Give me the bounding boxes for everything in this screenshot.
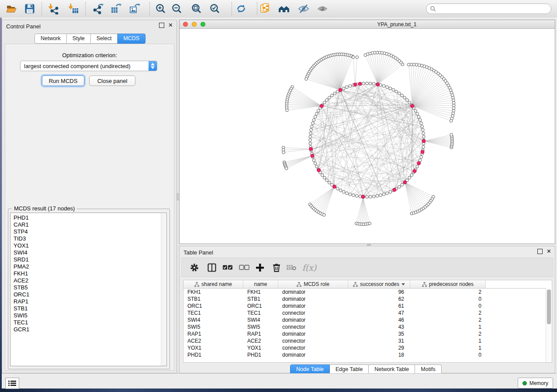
table-row[interactable]: RAP1RAP1dominator352 [183, 330, 546, 337]
mcds-node[interactable] [417, 162, 421, 165]
table-row[interactable]: ACE2ACE2connector311 [183, 337, 546, 344]
close-panel-icon[interactable]: ✕ [547, 249, 551, 254]
mcds-node[interactable] [411, 104, 414, 108]
network-node[interactable] [312, 159, 315, 162]
zoom-out-icon[interactable] [170, 3, 183, 15]
network-node[interactable] [364, 54, 367, 57]
close-window-icon[interactable] [183, 22, 188, 27]
mcds-node[interactable] [311, 154, 314, 158]
table-row[interactable]: ORC1ORC1dominator610 [183, 303, 546, 309]
gear-icon[interactable] [189, 262, 200, 273]
network-node[interactable] [309, 142, 312, 145]
network-node[interactable] [315, 112, 318, 115]
mcds-node[interactable] [403, 181, 407, 184]
export-network-icon[interactable] [92, 3, 105, 15]
mcds-list-item[interactable]: STB1 [14, 305, 166, 312]
minimize-window-icon[interactable] [192, 22, 197, 27]
mcds-list-item[interactable]: PHD1 [14, 214, 166, 221]
mcds-node[interactable] [358, 82, 362, 86]
network-node[interactable] [314, 162, 317, 165]
network-node[interactable] [389, 87, 392, 90]
network-node[interactable] [325, 99, 329, 102]
zoom-fit-icon[interactable] [190, 3, 203, 15]
network-node[interactable] [309, 139, 312, 142]
task-history-button[interactable] [5, 378, 19, 389]
network-node[interactable] [309, 135, 312, 138]
network-node[interactable] [323, 213, 326, 217]
mcds-node[interactable] [353, 83, 357, 86]
scrollbar-thumb[interactable] [547, 289, 551, 324]
select-all-icon[interactable] [222, 262, 233, 273]
network-node[interactable] [372, 83, 375, 86]
run-mcds-button[interactable]: Run MCDS [42, 76, 84, 86]
mcds-node[interactable] [317, 168, 321, 172]
show-eye-icon[interactable] [316, 3, 329, 15]
mcds-node[interactable] [320, 104, 323, 108]
network-node[interactable] [315, 165, 318, 168]
network-node[interactable] [386, 86, 389, 89]
table-row[interactable]: SWI4SWI4dominator462 [183, 316, 546, 323]
mcds-list-item[interactable]: ORC1 [14, 291, 166, 298]
table-scrollbar[interactable] [546, 289, 552, 362]
network-node[interactable] [408, 101, 411, 104]
float-panel-icon[interactable] [537, 249, 543, 254]
network-node[interactable] [285, 109, 288, 112]
network-node[interactable] [339, 189, 342, 192]
network-node[interactable] [392, 89, 395, 92]
network-node[interactable] [403, 96, 406, 99]
close-panel-button[interactable]: Close panel [89, 76, 135, 86]
mcds-list-item[interactable]: RAP1 [14, 298, 166, 305]
network-node[interactable] [310, 128, 313, 131]
column-header-successor-nodes[interactable]: successor nodes [348, 280, 410, 289]
network-node[interactable] [416, 165, 419, 168]
zoom-in-icon[interactable] [154, 3, 167, 15]
mcds-node[interactable] [421, 150, 424, 154]
table-row[interactable]: TEC1TEC1connector472 [183, 309, 546, 316]
network-node[interactable] [422, 145, 425, 148]
mcds-list-item[interactable]: CAR1 [14, 221, 166, 228]
network-node[interactable] [372, 195, 375, 198]
network-node[interactable] [355, 195, 358, 198]
network-node[interactable] [382, 193, 385, 196]
network-node[interactable] [346, 192, 349, 195]
tab-network[interactable]: Network [35, 34, 67, 44]
network-node[interactable] [398, 92, 401, 95]
network-node[interactable] [323, 101, 326, 104]
hide-eye-icon[interactable] [297, 3, 310, 15]
import-network-icon[interactable] [47, 3, 60, 15]
open-file-icon[interactable] [5, 3, 18, 15]
network-node[interactable] [282, 151, 285, 154]
chevron-down-icon[interactable] [401, 283, 405, 285]
table-row[interactable]: PHD1PHD1dominator180 [183, 351, 546, 358]
network-node[interactable] [419, 119, 422, 122]
network-node[interactable] [328, 96, 331, 99]
network-node[interactable] [398, 186, 401, 189]
network-node[interactable] [342, 87, 345, 90]
network-node[interactable] [328, 181, 331, 184]
network-node[interactable] [417, 115, 420, 118]
network-node[interactable] [366, 196, 369, 199]
network-node[interactable] [352, 56, 355, 59]
network-canvas[interactable] [180, 29, 555, 244]
table-row[interactable]: SWI5SWI5connector431 [183, 323, 546, 330]
network-node[interactable] [389, 190, 392, 193]
search-input[interactable] [426, 3, 551, 14]
optimization-criterion-select[interactable]: largest connected component (undirected) [20, 61, 157, 71]
network-node[interactable] [386, 192, 389, 195]
network-node[interactable] [406, 99, 409, 102]
delete-icon[interactable] [271, 262, 282, 273]
tab-select[interactable]: Select [91, 34, 118, 44]
network-node[interactable] [421, 125, 424, 128]
network-node[interactable] [416, 112, 419, 115]
tab-style[interactable]: Style [67, 34, 91, 44]
mcds-node[interactable] [332, 185, 336, 188]
maximize-window-icon[interactable] [201, 22, 205, 27]
network-node[interactable] [414, 109, 417, 112]
mcds-node[interactable] [393, 188, 396, 192]
mcds-list-item[interactable]: ACE2 [14, 277, 166, 284]
mcds-list-scrollbar[interactable] [161, 213, 166, 366]
network-node[interactable] [410, 174, 413, 177]
mcds-result-list[interactable]: PHD1CAR1STP4TID3YOX1SWI4SRD1PMA2FKH1ACE2… [10, 213, 167, 366]
mcds-node[interactable] [339, 88, 342, 92]
mcds-list-item[interactable]: STP4 [14, 228, 166, 235]
